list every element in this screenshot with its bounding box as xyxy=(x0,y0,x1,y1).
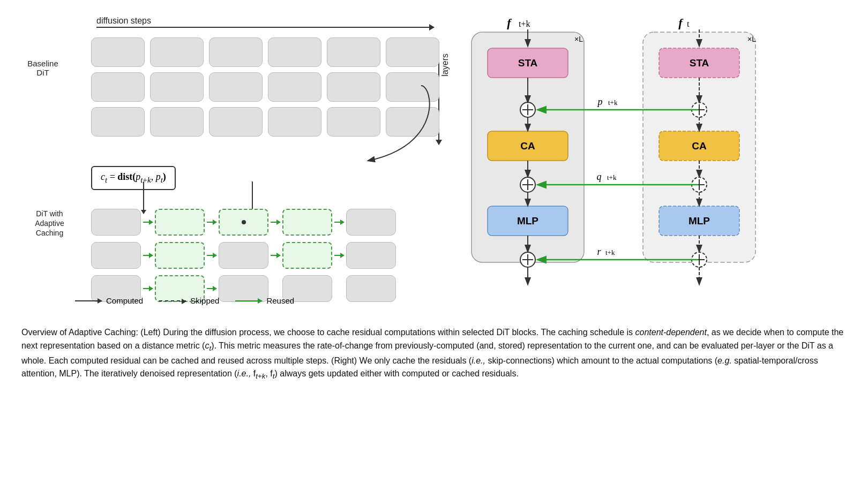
legend-solid-line xyxy=(75,300,102,301)
svg-text:t: t xyxy=(687,19,690,28)
diffusion-steps-arrow xyxy=(96,27,434,28)
adaptive-cell-solid xyxy=(91,242,141,269)
green-arrow xyxy=(207,222,216,223)
svg-text:MLP: MLP xyxy=(689,215,710,226)
green-arrow xyxy=(271,222,280,223)
adaptive-cell-solid xyxy=(219,242,268,269)
svg-text:t+k: t+k xyxy=(608,99,618,107)
svg-text:×L: ×L xyxy=(574,35,583,43)
svg-text:×L: ×L xyxy=(747,35,756,43)
layers-label: layers xyxy=(440,54,450,77)
center-dot xyxy=(242,220,246,224)
main-container: diffusion steps layers Baseline DiT xyxy=(0,0,868,484)
right-panel: f t+k f t ×L ×L STA STA xyxy=(455,11,857,321)
left-panel: diffusion steps layers Baseline DiT xyxy=(21,11,445,321)
green-arrow xyxy=(334,255,344,256)
svg-text:CA: CA xyxy=(520,140,535,152)
adaptive-cell-solid xyxy=(346,275,396,302)
svg-text:MLP: MLP xyxy=(517,215,538,226)
green-arrow xyxy=(207,255,216,256)
skipped-label: Skipped xyxy=(190,296,219,305)
adaptive-cell-dashed xyxy=(282,242,332,269)
caption: Overview of Adaptive Caching: (Left) Dur… xyxy=(21,321,847,382)
green-arrow xyxy=(143,288,153,289)
diagram-section: diffusion steps layers Baseline DiT xyxy=(21,11,847,321)
adaptive-row-2 xyxy=(91,242,396,269)
adaptive-cell-solid xyxy=(91,209,141,236)
green-arrow xyxy=(143,222,153,223)
svg-text:p: p xyxy=(597,96,603,107)
legend-computed: Computed xyxy=(75,296,143,305)
svg-text:STA: STA xyxy=(690,57,709,69)
svg-text:t+k: t+k xyxy=(519,19,530,28)
connecting-arrows-svg xyxy=(90,37,441,220)
green-arrow xyxy=(207,288,216,289)
svg-text:t+k: t+k xyxy=(605,248,615,256)
diffusion-steps-label: diffusion steps xyxy=(96,16,151,26)
computed-label: Computed xyxy=(106,296,143,305)
svg-text:r: r xyxy=(597,246,601,257)
adaptive-cell-dashed xyxy=(282,209,332,236)
adaptive-cell-solid xyxy=(346,209,396,236)
adaptive-row-1 xyxy=(91,209,396,236)
legend-skipped: Skipped xyxy=(159,296,219,305)
legend: Computed Skipped Reused xyxy=(75,296,294,305)
svg-text:q: q xyxy=(597,171,602,182)
adaptive-dit-label: DiT withAdaptive Caching xyxy=(21,209,78,238)
svg-text:f: f xyxy=(678,16,684,29)
green-arrow xyxy=(334,222,344,223)
adaptive-cell-solid xyxy=(346,242,396,269)
adaptive-cell-dashed xyxy=(155,242,205,269)
svg-text:t+k: t+k xyxy=(607,173,617,182)
legend-dashed-line xyxy=(159,300,186,301)
adaptive-cell-dashed xyxy=(155,209,205,236)
baseline-dit-label: Baseline DiT xyxy=(21,59,64,77)
legend-reused: Reused xyxy=(235,296,294,305)
svg-text:CA: CA xyxy=(692,140,707,152)
green-arrow xyxy=(271,255,280,256)
right-diagram-svg: f t+k f t ×L ×L STA STA xyxy=(455,11,857,316)
svg-text:STA: STA xyxy=(518,57,538,69)
legend-green-line xyxy=(235,300,262,301)
svg-text:f: f xyxy=(507,16,512,29)
green-arrow xyxy=(143,255,153,256)
reused-label: Reused xyxy=(266,296,294,305)
